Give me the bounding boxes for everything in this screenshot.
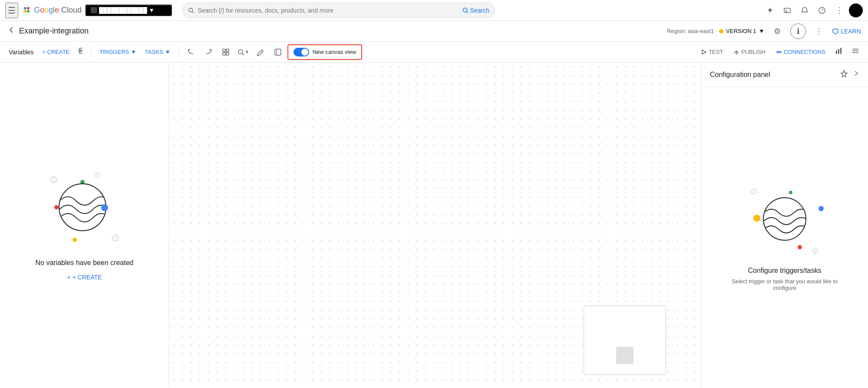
connections-button[interactable]: CONNECTIONS [772,46,830,58]
chart-button[interactable] [832,45,846,59]
config-gear-decoration-2: ⚙ [812,245,819,256]
connections-label: CONNECTIONS [784,49,825,55]
svg-rect-16 [226,53,229,55]
search-btn-label: Search [470,7,489,14]
nav-icons: ✦ ? ⋮ [762,3,863,18]
wave-svg [59,184,106,230]
svg-rect-26 [836,50,837,54]
config-content: ⚙ ⚙ Configure triggers/tasks Select trig… [701,87,868,388]
decoration-dot-red [54,205,59,209]
empty-state-text: No variables have been created [36,259,134,267]
edit-button[interactable] [253,44,268,60]
svg-point-3 [24,10,26,13]
svg-point-5 [189,8,193,12]
publish-label: PUBLISH [741,49,766,55]
svg-rect-19 [275,49,281,55]
version-chevron: ▼ [759,28,764,34]
new-canvas-label: New canvas view [313,49,356,55]
info-icon: ℹ [797,27,800,36]
learn-icon [832,28,839,35]
gear-decoration-2: ⚙ [93,170,100,180]
project-selector-name: ████████████ [99,7,147,13]
triggers-button[interactable]: TRIGGERS ▼ [96,46,140,58]
config-illustration: ⚙ ⚙ [741,184,828,258]
decoration-dot-blue [101,204,108,211]
cloud-shell-button[interactable] [779,3,795,18]
project-selector-dots: ⬛ [90,7,97,13]
toggle-switch [294,48,309,56]
svg-point-2 [27,7,30,10]
notifications-button[interactable] [797,3,812,18]
config-header: Configuration panel [701,63,868,87]
right-panel-configuration: Configuration panel ⚙ ⚙ [701,63,868,388]
search-button[interactable]: Search [462,7,489,14]
settings-button[interactable]: ⚙ [769,23,785,39]
ai-button[interactable]: ✦ [762,3,778,18]
svg-point-17 [238,50,243,54]
gear-decoration-1: ⚙ [49,174,59,186]
config-dot-green [789,191,792,194]
redo-button[interactable] [201,44,216,60]
variables-label: Variables [5,49,37,56]
config-panel-title: Configuration panel [710,71,770,79]
info-button[interactable]: ℹ [790,23,806,39]
menu-button[interactable] [848,45,863,59]
svg-marker-21 [702,50,706,54]
pin-panel-button[interactable] [840,70,848,80]
publish-icon [733,49,739,55]
config-panel-actions [840,70,859,80]
more-button[interactable]: ⋮ [811,23,827,39]
create-plus-icon: + [67,274,71,281]
svg-line-8 [466,11,468,13]
project-selector-chevron: ▼ [149,7,155,13]
logo-text: Google Cloud [34,6,82,15]
connections-icon [776,49,782,55]
more-options-button[interactable]: ⋮ [832,3,847,18]
learn-label: LEARN [841,28,861,35]
undo-button[interactable] [183,44,199,60]
empty-circle [59,183,106,231]
version-dot [719,29,723,33]
google-cloud-logo[interactable]: Google Cloud [22,5,82,16]
canvas-view-button[interactable] [270,44,286,60]
hamburger-menu-button[interactable]: ☰ [5,3,18,18]
learn-button[interactable]: LEARN [832,28,861,35]
version-label: VERSION 1 [726,28,756,34]
toolbar-divider-1 [91,47,92,57]
svg-rect-9 [784,8,790,13]
region-label: Region: asia-east1 [667,28,714,34]
close-panel-button[interactable] [851,70,859,80]
search-btn-icon [462,7,469,13]
integration-title: Example-integration [19,27,89,36]
version-button[interactable]: VERSION 1 ▼ [719,28,764,34]
test-label: TEST [709,49,723,55]
svg-rect-13 [223,49,225,52]
top-navigation: ☰ Google Cloud ⬛ ████████████ ▼ Search ✦… [0,0,868,21]
config-gear-decoration-1: ⚙ [750,186,758,197]
create-variable-label: + CREATE [73,274,102,281]
node-layout-button[interactable] [218,44,234,60]
tasks-button[interactable]: TASKS ▼ [142,46,174,58]
project-selector-button[interactable]: ⬛ ████████████ ▼ [85,4,172,16]
back-button[interactable] [7,26,16,36]
collapse-panel-button[interactable] [75,45,87,59]
gear-decoration-3: ⚙ [111,232,120,244]
help-button[interactable]: ? [814,3,830,18]
svg-rect-15 [223,53,225,55]
canvas-node[interactable] [584,305,666,375]
user-avatar[interactable] [849,3,863,17]
publish-button[interactable]: PUBLISH [729,46,770,58]
new-canvas-toggle[interactable]: New canvas view [287,44,362,60]
create-variable-button[interactable]: + CREATE [39,46,73,58]
canvas-area[interactable] [169,63,701,388]
logo-icon [22,5,31,16]
svg-text:?: ? [821,8,824,13]
test-button[interactable]: TEST [696,46,727,58]
empty-state-illustration: ⚙ ⚙ ⚙ [37,170,132,249]
triggers-label: TRIGGERS [99,49,129,55]
toolbar-divider-2 [178,47,179,57]
search-input[interactable] [198,7,462,14]
create-variable-link-button[interactable]: + + CREATE [67,274,102,281]
tasks-label: TASKS [145,49,163,55]
zoom-button[interactable]: ▼ [235,44,251,60]
